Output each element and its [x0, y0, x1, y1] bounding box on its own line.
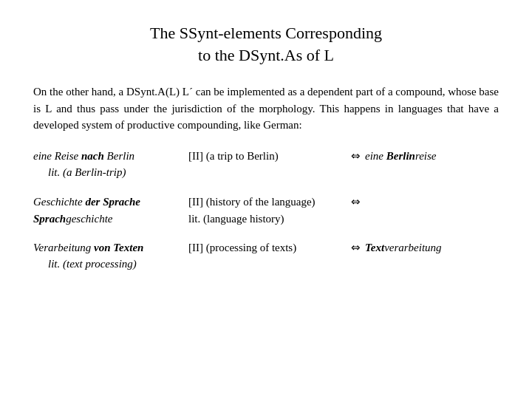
example-3-left: Verarbeitung von Texten lit. (text proce…: [33, 240, 188, 273]
ex3-right-text: Textverarbeitung: [365, 240, 442, 256]
ex2-geschichte: Geschichte: [33, 196, 85, 208]
ex2-left-line2: Sprachgeschichte: [33, 211, 188, 228]
ex2-geschichte2: geschichte: [66, 213, 112, 225]
ex2-bracket: [II]: [188, 196, 203, 208]
example-1-left-line2: lit. (a Berlin-trip): [33, 165, 188, 181]
ex2-sprach-bold: Sprach: [33, 213, 66, 225]
ex1-suffix: Berlin: [104, 150, 134, 162]
title-line-2: to the DSynt.As of L: [33, 44, 499, 66]
ex2-middle-line1: [II] (history of the language): [188, 194, 351, 211]
ex2-inner: Geschichte der Sprache Sprachgeschichte …: [33, 194, 499, 227]
example-row-2: Geschichte der Sprache Sprachgeschichte …: [33, 194, 499, 227]
ex1-bold: nach: [81, 150, 104, 162]
ex3-verarbeitung: Verarbeitung: [33, 242, 94, 253]
ex2-right: ⇔: [351, 194, 361, 211]
ex1-right-text: eine Berlinreise: [365, 149, 437, 165]
page: The SSynt-elements Corresponding to the …: [0, 0, 532, 399]
ex2-middle: [II] (history of the language) lit. (lan…: [188, 194, 351, 227]
example-3-right: ⇔ Textverarbeitung: [351, 240, 442, 256]
ex3-left-line1: Verarbeitung von Texten: [33, 240, 188, 256]
ex1-bracket: [II]: [188, 150, 203, 162]
ex3-von-texten: von Texten: [94, 242, 143, 253]
ex2-arrow: ⇔: [351, 194, 361, 211]
ex2-middle-line2: lit. (language history): [188, 211, 351, 228]
ex2-left: Geschichte der Sprache Sprachgeschichte: [33, 194, 188, 227]
example-row-1: eine Reise nach Berlin lit. (a Berlin-tr…: [33, 149, 499, 181]
ex3-bracket: [II]: [188, 242, 203, 253]
example-1-left: eine Reise nach Berlin lit. (a Berlin-tr…: [33, 149, 188, 181]
example-1-left-line1: eine Reise nach Berlin: [33, 149, 188, 165]
ex2-der-sprache: der Sprache: [85, 196, 140, 208]
ex3-arrow: ⇔: [351, 240, 361, 256]
title-line-1: The SSynt-elements Corresponding: [33, 22, 499, 44]
example-3-middle: [II] (processing of texts): [188, 240, 351, 256]
ex3-left-line2: lit. (text processing): [33, 256, 188, 273]
example-1-right: ⇔ eine Berlinreise: [351, 149, 437, 165]
ex1-arrow: ⇔: [351, 149, 361, 165]
ex3-middle-text: (processing of texts): [206, 242, 296, 253]
ex3-text-bold: Text: [365, 242, 384, 253]
ex1-middle-text: (a trip to Berlin): [206, 150, 279, 162]
ex2-left-line1: Geschichte der Sprache: [33, 194, 188, 211]
example-row-3: Verarbeitung von Texten lit. (text proce…: [33, 240, 499, 273]
example-1-middle: [II] (a trip to Berlin): [188, 149, 351, 165]
ex1-prefix: eine Reise: [33, 150, 81, 162]
body-paragraph: On the other hand, a DSynt.A(L) L´ can b…: [33, 83, 499, 134]
ex1-berlin-bold: Berlin: [386, 150, 415, 162]
title-block: The SSynt-elements Corresponding to the …: [33, 22, 499, 66]
examples-section: eine Reise nach Berlin lit. (a Berlin-tr…: [33, 149, 499, 273]
